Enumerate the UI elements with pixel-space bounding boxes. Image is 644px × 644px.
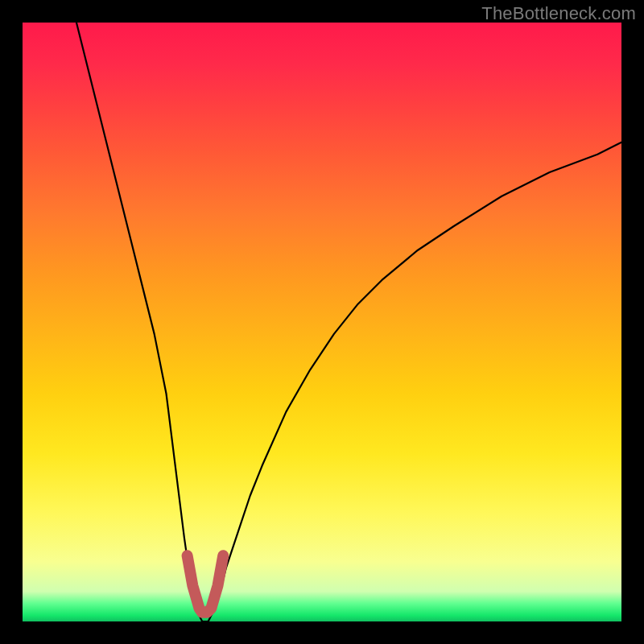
watermark-text: TheBottleneck.com — [481, 3, 636, 24]
chart-frame: TheBottleneck.com — [0, 0, 644, 644]
plot-svg — [23, 23, 621, 621]
trough-marker — [188, 555, 224, 613]
bottleneck-curve — [76, 23, 621, 621]
plot-area — [23, 23, 621, 621]
